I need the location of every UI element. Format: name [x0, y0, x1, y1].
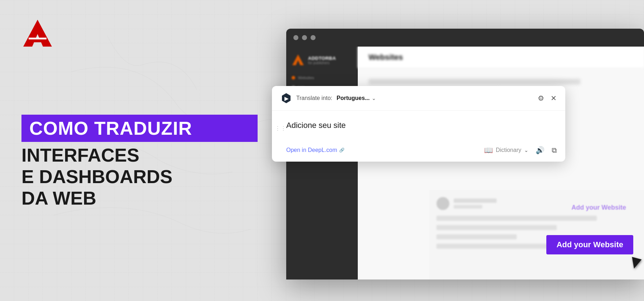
settings-icon[interactable]: ⚙ [538, 94, 544, 102]
svg-rect-2 [29, 38, 47, 39]
bg-add-website-label: Add your Website [571, 204, 626, 211]
popup-footer: Open in DeepL.com 🔗 📖 Dictionary ⌄ 🔊 ⧉ [272, 146, 565, 162]
app-main-header: Websites [358, 47, 644, 68]
deepl-link[interactable]: Open in DeepL.com 🔗 [286, 147, 345, 153]
sidebar-logo-text: ADDTORBA [308, 56, 336, 61]
logo [21, 18, 258, 50]
deepl-icon: ▶ [280, 92, 292, 104]
add-website-button[interactable]: Add your Website [546, 235, 633, 254]
dictionary-icon: 📖 [484, 146, 493, 154]
blurred-bottom [429, 190, 644, 280]
right-section: ADDTORBA for publishers Websites List Se… [250, 0, 644, 301]
traffic-light-2 [302, 35, 307, 40]
dictionary-label: Dictionary [496, 147, 521, 153]
app-sidebar-logo: ADDTORBA for publishers [292, 54, 352, 67]
drag-handle-icon: ⋮⋮ [275, 125, 286, 132]
blurred-row-1 [436, 216, 597, 221]
headline-block: COMO TRADUZIR INTERFACES E DASHBOARDS DA… [21, 115, 258, 209]
svg-text:▶: ▶ [284, 96, 289, 101]
popup-header-left: ▶ Translate into: Portugues... ⌄ [280, 92, 376, 104]
app-main-title: Websites [369, 53, 403, 62]
svg-marker-0 [23, 20, 52, 47]
logo-icon [21, 18, 54, 50]
blurred-row-2 [436, 225, 557, 230]
popup-header-right: ⚙ ✕ [538, 94, 557, 102]
chevron-down-icon: ⌄ [372, 95, 376, 101]
copy-icon[interactable]: ⧉ [552, 146, 557, 154]
left-section: COMO TRADUZIR INTERFACES E DASHBOARDS DA… [0, 0, 279, 301]
sidebar-subtitle: for publishers [308, 61, 336, 65]
placeholder-1 [369, 79, 580, 85]
language-label: Portugues... [337, 95, 370, 101]
language-dropdown[interactable]: Portugues... ⌄ [337, 95, 376, 101]
popup-header: ▶ Translate into: Portugues... ⌄ ⚙ ✕ [272, 86, 565, 111]
close-icon[interactable]: ✕ [551, 94, 557, 102]
translate-into-label: Translate into: [296, 95, 332, 101]
external-link-icon: 🔗 [339, 148, 345, 153]
deepl-link-text: Open in DeepL.com [286, 147, 337, 153]
svg-marker-3 [292, 54, 304, 65]
app-sidebar: ADDTORBA for publishers Websites List Se… [286, 47, 358, 280]
footer-actions: 📖 Dictionary ⌄ 🔊 ⧉ [484, 146, 557, 154]
browser-chrome [286, 29, 644, 47]
headline-line2: INTERFACES E DASHBOARDS DA WEB [21, 145, 258, 209]
traffic-light-3 [311, 35, 316, 40]
sidebar-logo-icon [292, 54, 304, 67]
add-website-label: Add your Website [556, 240, 623, 249]
dictionary-chevron-icon: ⌄ [524, 147, 528, 153]
dictionary-button[interactable]: 📖 Dictionary ⌄ [484, 146, 528, 154]
speaker-icon[interactable]: 🔊 [536, 146, 545, 154]
traffic-light-1 [293, 35, 298, 40]
popup-body: ⋮⋮ Adicione seu site [272, 111, 565, 146]
translation-popup[interactable]: ▶ Translate into: Portugues... ⌄ ⚙ ✕ ⋮⋮ … [272, 86, 565, 162]
headline-highlight: COMO TRADUZIR [21, 115, 258, 142]
translated-text: Adicione seu site [280, 121, 557, 130]
headline-highlight-text: COMO TRADUZIR [29, 118, 192, 139]
blurred-row-3 [436, 234, 517, 239]
sidebar-nav-1: Websites [292, 76, 352, 80]
